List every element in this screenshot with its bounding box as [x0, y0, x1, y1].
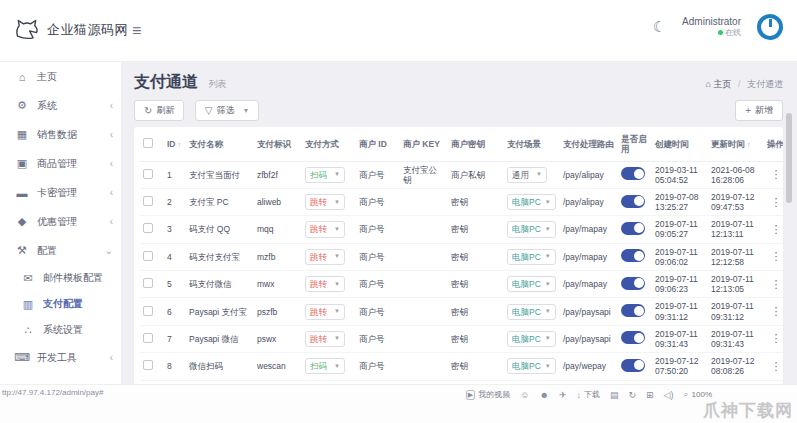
payment-scene-select[interactable]: 电脑PC▼ — [507, 221, 556, 237]
filter-button[interactable]: ▽ 筛选 ▼ — [195, 100, 260, 121]
left-actions: ↻ 刷新 ▽ 筛选 ▼ — [134, 100, 259, 121]
row-checkbox[interactable] — [143, 251, 153, 261]
recorder-tool-6[interactable]: ▤ — [610, 390, 619, 400]
payment-scene-select[interactable]: 通用▼ — [507, 167, 547, 183]
updated-time: 2019-07-1112:12:58 — [708, 243, 764, 270]
refresh-button[interactable]: ↻ 刷新 — [134, 100, 184, 121]
sidebar-item-10[interactable]: ∴系统设置 — [0, 317, 121, 343]
sidebar-item-4[interactable]: ▣商品管理‹ — [0, 149, 121, 178]
payment-route: /pay/alipay — [560, 188, 618, 215]
toggle-knob — [634, 196, 644, 206]
breadcrumb-home-link[interactable]: ⌂ 主页 — [706, 79, 732, 89]
column-header-13[interactable]: 更新时间 ↑ — [708, 129, 764, 161]
payment-method-select[interactable]: 扫码▼ — [305, 167, 345, 183]
payment-method-select[interactable]: 扫码▼ — [305, 358, 345, 374]
payment-code: mwx — [254, 271, 302, 298]
recorder-tool-7[interactable]: ↻ — [628, 390, 636, 400]
payment-scene-select[interactable]: 电脑PC▼ — [507, 249, 556, 265]
row-checkbox[interactable] — [143, 360, 153, 370]
payment-method-select[interactable]: 跳转▼ — [305, 276, 345, 292]
add-new-button[interactable]: + 新增 — [735, 100, 783, 121]
sidebar-item-label: 主页 — [37, 70, 113, 84]
row-actions-menu-icon[interactable]: ⋮ — [767, 360, 783, 373]
sort-arrow-icon: ↑ — [745, 141, 750, 148]
envelope-icon: ✉ — [20, 272, 36, 285]
row-actions-menu-icon[interactable]: ⋮ — [767, 278, 783, 291]
merchant-key — [400, 353, 448, 380]
row-actions-menu-icon[interactable]: ⋮ — [767, 250, 783, 263]
sidebar-item-11[interactable]: ⌨开发工具‹ — [0, 343, 121, 372]
row-checkbox[interactable] — [143, 196, 153, 206]
row-checkbox[interactable] — [143, 169, 153, 179]
enabled-toggle[interactable] — [621, 359, 645, 372]
payment-method-select[interactable]: 跳转▼ — [305, 221, 345, 237]
sidebar-item-2[interactable]: ⚙系统‹ — [0, 91, 121, 120]
username: Administrator — [682, 16, 741, 29]
row-actions-menu-icon[interactable]: ⋮ — [767, 305, 783, 318]
row-checkbox[interactable] — [143, 306, 153, 316]
enabled-toggle[interactable] — [621, 304, 645, 317]
row-id: 5 — [164, 271, 186, 298]
created-time: 2019-07-1109:05:27 — [652, 216, 708, 243]
sidebar-item-3[interactable]: ▦销售数据‹ — [0, 120, 121, 149]
payment-method-select[interactable]: 跳转▼ — [305, 331, 345, 347]
recorder-tool-5[interactable]: ↓下载 — [576, 389, 600, 400]
recorder-tool-3[interactable]: ☻ — [539, 390, 548, 400]
enabled-toggle[interactable] — [621, 249, 645, 262]
enabled-toggle[interactable] — [621, 167, 645, 180]
row-id: 3 — [164, 216, 186, 243]
row-actions-menu-icon[interactable]: ⋮ — [767, 223, 783, 236]
share-icon: ∴ — [20, 324, 36, 337]
row-checkbox[interactable] — [143, 278, 153, 288]
sidebar-item-1[interactable]: ⌂主页 — [0, 62, 121, 91]
row-checkbox[interactable] — [143, 223, 153, 233]
chevron-icon: ‹ — [110, 352, 113, 363]
chevron-down-icon: ▼ — [545, 308, 551, 315]
sidebar-item-5[interactable]: ▬卡密管理‹ — [0, 178, 121, 207]
row-actions-menu-icon[interactable]: ⋮ — [767, 168, 783, 181]
enabled-toggle[interactable] — [621, 222, 645, 235]
sidebar-item-8[interactable]: ✉邮件模板配置 — [0, 265, 121, 291]
select-all-checkbox[interactable] — [143, 138, 153, 148]
user-block[interactable]: Administrator 在线 — [682, 16, 741, 39]
cat-logo-icon — [14, 18, 40, 42]
merchant-secret: 密钥 — [448, 188, 504, 215]
payment-scene-select[interactable]: 电脑PC▼ — [507, 304, 556, 320]
payment-scene-select[interactable]: 电脑PC▼ — [507, 331, 556, 347]
menu-toggle-icon[interactable]: ≡ — [132, 22, 141, 40]
payment-method-select[interactable]: 跳转▼ — [305, 249, 345, 265]
select-value: 跳转 — [310, 252, 327, 262]
row-actions-menu-icon[interactable]: ⋮ — [767, 332, 783, 345]
method-cell: 跳转▼ — [302, 243, 356, 270]
recorder-tool-9[interactable]: ◁) — [664, 390, 674, 400]
recorder-tool-1[interactable]: ▶我的视频 — [466, 389, 510, 400]
scene-cell: 通用▼ — [504, 161, 560, 188]
column-header-3: 支付名称 — [186, 129, 254, 161]
row-select-cell — [140, 161, 164, 188]
vertical-scrollbar[interactable] — [786, 113, 792, 203]
sidebar-item-6[interactable]: ◆优惠管理‹ — [0, 207, 121, 236]
updated-time: 2019-07-1112:13:11 — [708, 216, 764, 243]
sidebar-item-7[interactable]: ⚒配置⌄ — [0, 236, 121, 265]
enabled-toggle[interactable] — [621, 331, 645, 344]
dark-mode-moon-icon[interactable]: ☾ — [653, 18, 666, 36]
logout-power-icon[interactable] — [757, 14, 783, 40]
sidebar-item-9[interactable]: ▥支付配置 — [0, 291, 121, 317]
row-checkbox[interactable] — [143, 333, 153, 343]
column-header-2[interactable]: ID ↑ — [164, 129, 186, 161]
row-actions-menu-icon[interactable]: ⋮ — [767, 196, 783, 209]
recorder-tool-8[interactable]: ⊞ — [646, 390, 654, 400]
scene-cell: 电脑PC▼ — [504, 353, 560, 380]
payment-scene-select[interactable]: 电脑PC▼ — [507, 358, 556, 374]
enabled-toggle[interactable] — [621, 277, 645, 290]
payment-scene-select[interactable]: 电脑PC▼ — [507, 194, 556, 210]
payment-method-select[interactable]: 跳转▼ — [305, 194, 345, 210]
payment-method-select[interactable]: 跳转▼ — [305, 304, 345, 320]
enabled-toggle[interactable] — [621, 195, 645, 208]
recorder-tool-4[interactable]: ✈ — [559, 390, 567, 400]
toggle-knob — [634, 169, 644, 179]
table-row: 2支付宝 PCaliweb跳转▼商户号密钥电脑PC▼/pay/alipay201… — [140, 188, 783, 215]
brand: 企业猫源码网 — [14, 18, 128, 42]
recorder-tool-2[interactable]: ☺ — [520, 390, 529, 400]
payment-scene-select[interactable]: 电脑PC▼ — [507, 276, 556, 292]
